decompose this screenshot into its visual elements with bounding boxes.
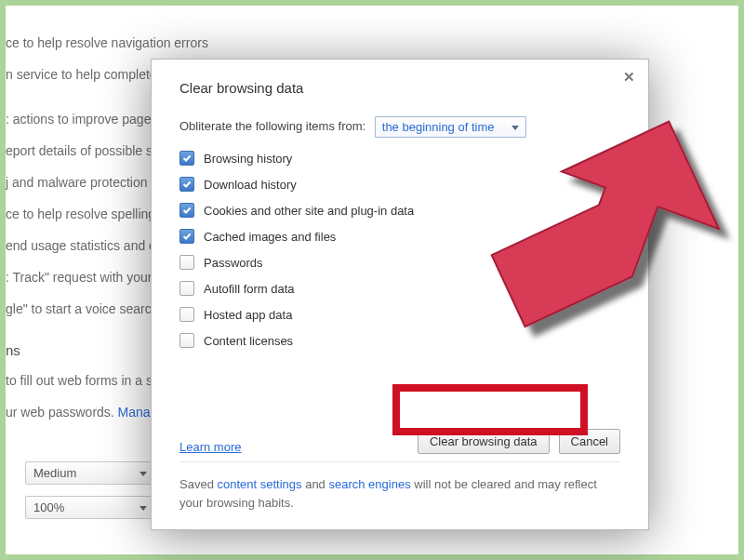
close-icon[interactable]: ✕ xyxy=(623,69,635,86)
search-engines-link[interactable]: search engines xyxy=(328,477,410,491)
clear-browsing-data-dialog: ✕ Clear browsing data Obliterate the fol… xyxy=(151,59,649,530)
option-label: Passwords xyxy=(204,256,263,270)
option-row: Cookies and other site and plug-in data xyxy=(179,203,620,218)
option-label: Cookies and other site and plug-in data xyxy=(204,204,414,218)
bg-text: to fill out web forms in a singl xyxy=(6,373,173,388)
bg-text: ce to help resolve spelling err xyxy=(6,207,175,221)
option-label: Cached images and files xyxy=(204,230,336,244)
checkbox[interactable] xyxy=(179,229,194,244)
content-settings-link[interactable]: content settings xyxy=(217,477,301,491)
bg-text-span: ur web passwords. xyxy=(6,405,118,420)
option-row: Download history xyxy=(179,177,620,192)
checkbox[interactable] xyxy=(179,333,194,348)
option-row: Cached images and files xyxy=(179,229,620,244)
checkbox[interactable] xyxy=(179,307,194,322)
option-row: Content licenses xyxy=(179,333,620,348)
checkbox[interactable] xyxy=(179,177,194,192)
dialog-title: Clear browsing data xyxy=(179,80,620,96)
learn-more-link[interactable]: Learn more xyxy=(179,440,241,454)
checkbox[interactable] xyxy=(179,151,194,166)
checkbox[interactable] xyxy=(179,203,194,218)
dialog-footer-note: Saved content settings and search engine… xyxy=(179,461,620,513)
option-label: Browsing history xyxy=(204,152,292,166)
option-row: Hosted app data xyxy=(179,307,620,322)
time-range-dropdown[interactable]: the beginning of time xyxy=(375,116,526,138)
bg-text: : Track" request with your bro xyxy=(6,270,175,285)
app-frame: ce to help resolve navigation errors n s… xyxy=(0,0,744,560)
bg-text: gle" to start a voice search xyxy=(6,301,159,316)
option-label: Content licenses xyxy=(204,334,293,348)
footer-text: Saved xyxy=(179,477,217,491)
option-row: Browsing history xyxy=(179,151,620,166)
option-label: Hosted app data xyxy=(204,308,292,322)
obliterate-row: Obliterate the following items from: the… xyxy=(179,116,620,138)
option-label: Autofill form data xyxy=(204,282,295,296)
option-label: Download history xyxy=(204,178,297,192)
option-row: Autofill form data xyxy=(179,281,620,296)
bg-text: ce to help resolve navigation errors xyxy=(6,35,208,50)
bg-text: j and malware protection xyxy=(6,175,148,190)
clear-browsing-data-button[interactable]: Clear browsing data xyxy=(418,429,550,454)
checkbox[interactable] xyxy=(179,255,194,270)
obliterate-label: Obliterate the following items from: xyxy=(179,119,365,133)
bg-section-header: ns xyxy=(6,342,20,358)
font-size-dropdown[interactable]: Medium xyxy=(25,461,154,485)
cancel-button[interactable]: Cancel xyxy=(559,429,620,454)
zoom-dropdown[interactable]: 100% xyxy=(25,496,154,519)
option-row: Passwords xyxy=(179,255,620,270)
footer-text: and xyxy=(302,477,329,491)
checkbox[interactable] xyxy=(179,281,194,296)
options-list: Browsing historyDownload historyCookies … xyxy=(179,151,620,359)
